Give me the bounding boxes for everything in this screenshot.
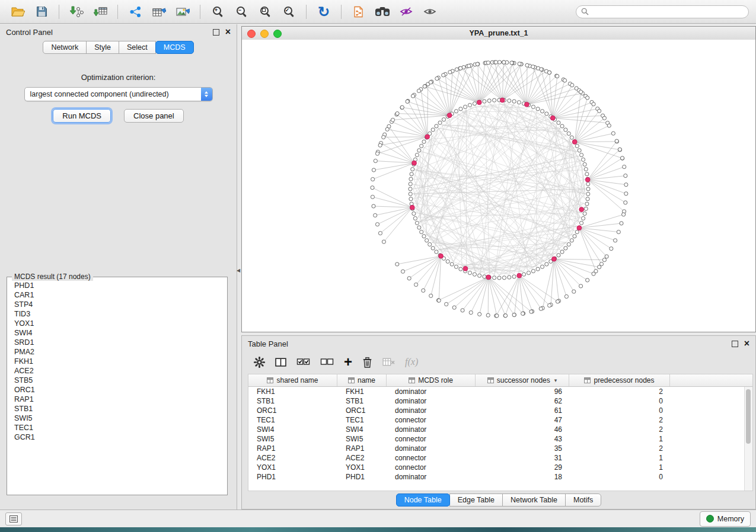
tab-network-table[interactable]: Network Table [502,493,566,507]
mcds-result-item[interactable]: RAP1 [9,395,225,404]
cell-predecessor-nodes: 0 [569,406,670,415]
add-row-button[interactable]: + [344,356,352,368]
mcds-result-item[interactable]: CAR1 [9,290,225,300]
close-table-panel-icon[interactable]: × [744,340,749,347]
close-panel-icon[interactable]: × [225,28,231,36]
close-window-icon[interactable] [247,30,256,38]
plus-icon: + [344,356,352,368]
table-row[interactable]: YOX1YOX1connector291 [248,463,752,472]
tab-style[interactable]: Style [86,41,119,54]
copy-share-button[interactable] [348,3,369,21]
export-table-button[interactable] [148,3,170,21]
table-row[interactable]: FKH1FKH1dominator962 [248,387,752,396]
network-canvas[interactable] [242,40,755,332]
mcds-result-item[interactable]: GCR1 [9,432,225,442]
table-row[interactable]: ORC1ORC1dominator610 [248,406,752,415]
table-row[interactable]: STB1STB1dominator620 [248,396,752,406]
show-panels-button[interactable] [5,512,22,525]
mcds-result-item[interactable]: STB1 [9,404,225,414]
mcds-result-list[interactable]: PHD1CAR1STP4TID3YOX1SWI4SRD1PMA2FKH1ACE2… [9,281,225,492]
memory-button[interactable]: Memory [700,511,751,527]
table-row[interactable]: TEC1TEC1connector472 [248,415,752,425]
import-table-button[interactable] [90,3,111,21]
column-header-successor-nodes[interactable]: successor nodes▾ [476,374,569,386]
cell-predecessor-nodes: 1 [569,454,670,462]
export-network-button[interactable] [125,3,146,21]
maximize-window-icon[interactable] [273,30,282,38]
zoom-fit-button[interactable] [254,3,276,21]
show-all-button[interactable] [419,3,441,21]
float-table-panel-icon[interactable] [732,341,738,347]
select-all-button[interactable] [296,358,310,366]
table-scrollbar[interactable] [744,387,752,491]
minimize-window-icon[interactable] [260,30,269,38]
delete-button[interactable] [362,357,372,368]
select-all-icon [296,358,310,366]
mcds-result-item[interactable]: ORC1 [9,385,225,395]
tab-select[interactable]: Select [119,41,156,54]
mcds-result-item[interactable]: ACE2 [9,366,225,376]
show-columns-button[interactable] [275,358,286,367]
float-panel-icon[interactable] [213,29,219,36]
search-input[interactable] [592,7,744,17]
column-header-name[interactable]: name [337,374,387,386]
save-button[interactable] [31,3,52,21]
cell-shared-name: PHD1 [248,473,337,481]
mcds-result-item[interactable]: STP4 [9,300,225,309]
export-image-button[interactable] [172,3,193,21]
column-header-mcds-role[interactable]: MCDS role [387,374,476,386]
tab-node-table[interactable]: Node Table [396,493,450,507]
mcds-result-item[interactable]: SRD1 [9,338,225,347]
cell-name: ACE2 [337,454,387,462]
column-header-predecessor-nodes[interactable]: predecessor nodes [569,374,670,386]
cell-mcds-role: connector [387,435,476,443]
table-row[interactable]: SWI4SWI4dominator462 [248,425,752,434]
refresh-button[interactable]: ↻ [313,3,334,21]
close-panel-button[interactable]: Close panel [124,109,184,123]
table-settings-button[interactable] [254,357,265,368]
mcds-result-item[interactable]: FKH1 [9,357,225,366]
mcds-result-item[interactable]: PHD1 [9,281,225,290]
mcds-result-item[interactable]: SWI4 [9,328,225,338]
refresh-icon: ↻ [318,5,330,19]
zoom-selected-button[interactable]: ✓ [278,3,299,21]
optimization-criterion-dropdown[interactable]: largest connected component (undirected) [24,87,213,101]
zoom-out-button[interactable]: − [231,3,252,21]
table-row[interactable]: SWI5SWI5connector431 [248,434,752,444]
tab-mcds[interactable]: MCDS [155,41,194,54]
tab-motifs[interactable]: Motifs [565,493,601,507]
import-network-button[interactable] [66,3,87,21]
search-network-button[interactable] [372,3,393,21]
mcds-result-item[interactable]: TID3 [9,309,225,319]
deselect-all-button[interactable] [320,358,334,366]
tab-edge-table[interactable]: Edge Table [449,493,503,507]
clear-table-button[interactable] [382,358,395,367]
search-field[interactable] [576,5,749,18]
run-mcds-button[interactable]: Run MCDS [53,109,111,123]
mcds-result-item[interactable]: YOX1 [9,319,225,328]
scrollbar-thumb[interactable] [746,389,751,444]
column-header-shared-name[interactable]: shared name [248,374,337,386]
cell-mcds-role: dominator [387,473,476,481]
network-graph[interactable] [242,40,755,332]
cell-shared-name: FKH1 [248,387,337,396]
list-icon [9,515,18,523]
network-window-titlebar[interactable]: YPA_prune.txt_1 [242,27,755,40]
zoom-in-button[interactable]: + [207,3,228,21]
cell-shared-name: ACE2 [248,454,337,462]
function-builder-button[interactable]: f(x) [405,357,418,367]
mcds-result-item[interactable]: SWI5 [9,414,225,423]
hide-selected-button[interactable] [395,3,417,21]
mcds-result-item[interactable]: STB5 [9,376,225,385]
table-row[interactable]: ACE2ACE2connector311 [248,453,752,463]
network-view-window: YPA_prune.txt_1 [241,26,756,332]
mcds-result-item[interactable]: PMA2 [9,347,225,357]
save-icon [36,6,47,17]
table-row[interactable]: RAP1RAP1dominator352 [248,444,752,453]
cell-successor-nodes: 31 [476,454,569,462]
splitter-collapse-icon[interactable]: ◀ [237,268,240,273]
open-file-button[interactable] [7,3,28,21]
table-row[interactable]: PHD1PHD1dominator180 [248,472,752,482]
tab-network[interactable]: Network [43,41,87,54]
mcds-result-item[interactable]: TEC1 [9,423,225,432]
